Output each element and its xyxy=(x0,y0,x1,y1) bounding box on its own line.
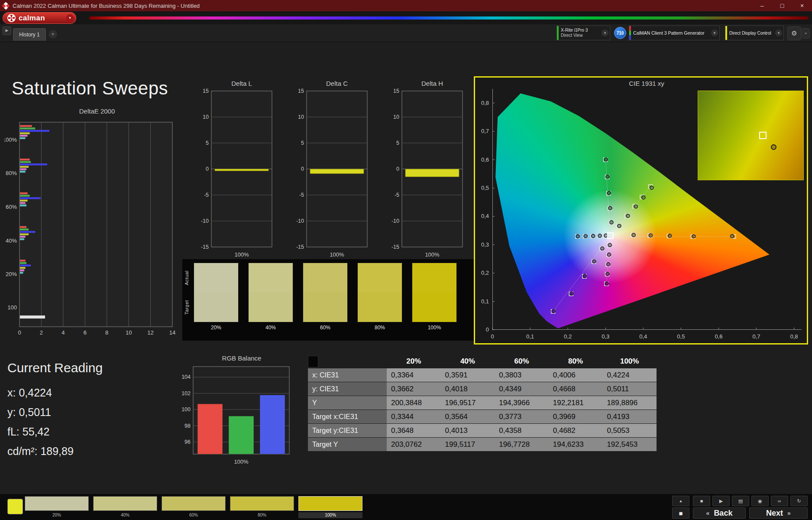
table-cell: 196,9517 xyxy=(441,396,495,410)
tab-history-1[interactable]: History 1 xyxy=(13,28,46,41)
measurement-table: 20%40%60%80%100%x: CIE310,33640,35910,38… xyxy=(308,355,657,452)
pattern-source-selector[interactable]: CalMAN Client 3 Pattern Generator ▾ xyxy=(629,26,720,40)
current-reading-line: x: 0,4224 xyxy=(7,383,103,403)
svg-text:0,4: 0,4 xyxy=(639,333,647,340)
table-column-header: 40% xyxy=(441,355,495,368)
table-row: Y200,3848196,9517194,3966192,2181189,889… xyxy=(308,396,657,410)
rgb-bar-blue xyxy=(260,395,285,454)
cie-measured-marker-green xyxy=(607,192,611,195)
swatch-actual-color xyxy=(194,263,238,292)
svg-text:4: 4 xyxy=(61,329,65,336)
back-button[interactable]: « Back xyxy=(693,507,746,519)
cie-measured-marker-green xyxy=(610,221,613,224)
tab-scroll-button[interactable]: ▶ xyxy=(3,26,11,35)
svg-text:12: 12 xyxy=(147,329,153,336)
deltae-bar-magenta-sweep xyxy=(20,202,26,204)
deltae2000-plot: 02468101214100%80%60%40%20%100 xyxy=(4,115,178,337)
close-button[interactable]: × xyxy=(792,0,812,11)
svg-text:100: 100 xyxy=(7,304,17,311)
saturation-swatch-column: 40% xyxy=(248,263,293,331)
svg-text:-10: -10 xyxy=(296,218,304,224)
svg-text:0,3: 0,3 xyxy=(481,241,489,248)
calman-menu-button[interactable]: calman ▾ xyxy=(3,12,76,24)
pattern-swatch-80[interactable] xyxy=(230,496,294,511)
minimize-button[interactable]: – xyxy=(752,0,772,11)
stop-icon[interactable]: ■ xyxy=(693,496,710,506)
display-control-selector[interactable]: Direct Display Control ▾ xyxy=(725,26,784,40)
svg-text:96: 96 xyxy=(184,439,191,445)
table-row-label: Y xyxy=(308,396,387,410)
meter-line2: Direct View xyxy=(561,33,588,38)
delta-h-chart: Delta H 151050-5-10-15100% xyxy=(385,80,467,260)
table-column-header: 80% xyxy=(549,355,603,368)
svg-text:-15: -15 xyxy=(201,244,209,250)
svg-text:0,8: 0,8 xyxy=(790,333,798,340)
deltae2000-title: DeltaE 2000 xyxy=(4,107,178,115)
swatch-percent-label: 100% xyxy=(412,322,457,331)
table-corner-chip xyxy=(308,356,318,367)
swatch-percent-label: 80% xyxy=(357,322,402,331)
cie-measured-marker-red xyxy=(649,234,652,237)
svg-text:-5: -5 xyxy=(395,192,399,198)
pattern-swatch-100[interactable] xyxy=(298,496,362,511)
table-cell: 0,3648 xyxy=(387,424,441,437)
cie-measured-marker-green xyxy=(606,175,609,179)
play-icon[interactable]: ▶ xyxy=(712,496,730,506)
table-header-row: 20%40%60%80%100% xyxy=(308,355,657,368)
meter-status-badge[interactable]: 710 xyxy=(614,27,626,39)
deltae-bar-blue-sweep xyxy=(20,197,41,199)
deltae-bar-yellow-sweep xyxy=(20,132,30,134)
cie-measured-marker-blue xyxy=(552,309,555,313)
maximize-button[interactable]: □ xyxy=(772,0,792,11)
record-icon[interactable]: ◉ xyxy=(751,496,769,506)
deltae-bar-magenta-sweep xyxy=(20,168,26,170)
add-tab-button[interactable]: + xyxy=(49,30,57,39)
scroll-up-icon[interactable]: ▲ xyxy=(672,496,689,506)
svg-text:-10: -10 xyxy=(391,218,399,224)
swatch-actual-color xyxy=(303,263,347,292)
table-cell: 200,3848 xyxy=(387,396,441,410)
table-row: Target Y203,0762199,5117196,7728194,6233… xyxy=(308,438,657,451)
gear-icon[interactable]: ⚙ xyxy=(787,26,801,40)
table-column-header: 100% xyxy=(602,355,657,368)
refresh-icon[interactable]: ↻ xyxy=(790,496,808,506)
loop-icon[interactable]: ∞ xyxy=(771,496,788,506)
swatch-percent-label: 20% xyxy=(194,322,239,331)
save-icon[interactable]: ▤ xyxy=(732,496,749,506)
delta-c-chart: Delta C 151050-5-10-15100% xyxy=(289,80,372,260)
swatch-strip: 20%40%60%80%100% xyxy=(194,263,457,331)
delta-h-plot: 151050-5-10-15100% xyxy=(385,88,467,258)
deltae-bar-cyan-sweep xyxy=(20,238,24,240)
next-button[interactable]: Next » xyxy=(749,507,808,519)
pattern-swatch-60[interactable] xyxy=(162,496,226,511)
table-cell: 0,3344 xyxy=(387,410,441,423)
cie-1931-panel[interactable]: CIE 1931 xy 000,10,10,20,20,30,30,40,40,… xyxy=(474,76,808,344)
pattern-swatch-40[interactable] xyxy=(93,496,157,511)
cie-measured-marker-yellow xyxy=(634,205,637,208)
collapse-panel-button[interactable]: » xyxy=(802,28,810,39)
deltae-bar-yellow-sweep xyxy=(20,234,29,235)
cie-measured-marker-cyan xyxy=(576,234,579,238)
svg-text:15: 15 xyxy=(298,88,304,94)
deltae-bar-red-sweep xyxy=(20,192,28,194)
meter-selector[interactable]: X-Rite i1Pro 3 Direct View ▾ xyxy=(556,26,610,40)
svg-text:5: 5 xyxy=(206,140,209,146)
svg-text:0,3: 0,3 xyxy=(602,333,609,340)
pattern-color-chip[interactable] xyxy=(7,499,23,514)
table-column-header: 20% xyxy=(387,355,441,368)
pattern-blank-icon[interactable]: ◼ xyxy=(672,507,689,519)
chevron-down-icon: ▾ xyxy=(66,14,74,22)
deltae2000-chart: DeltaE 2000 02468101214100%80%60%40%20%1… xyxy=(4,107,178,339)
deltae-bar-yellow-sweep xyxy=(20,166,29,168)
svg-text:40%: 40% xyxy=(6,237,17,244)
current-reading-line: cd/m²: 189,89 xyxy=(7,442,103,461)
svg-text:0,8: 0,8 xyxy=(481,100,489,106)
deltae-bar-green-sweep xyxy=(20,195,30,196)
deltae-bar-blue-sweep xyxy=(20,264,31,266)
current-reading-title: Current Reading xyxy=(7,361,103,375)
pattern-swatch-20[interactable] xyxy=(25,496,89,511)
svg-text:0,7: 0,7 xyxy=(752,333,760,340)
swatch-target-color xyxy=(358,292,402,322)
actual-target-swatch-panel: Actual Target 20%40%60%80%100% xyxy=(182,259,499,341)
table-row-label: Target x:CIE31 xyxy=(308,410,387,423)
